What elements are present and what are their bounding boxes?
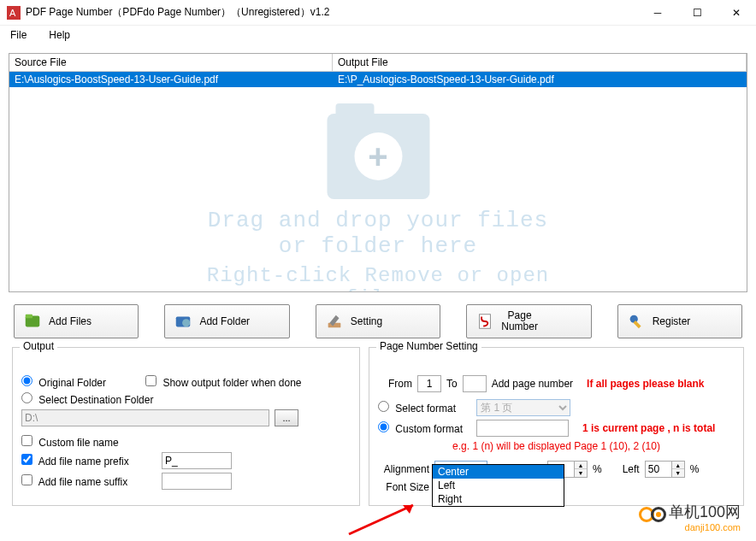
left-label: Left (623, 463, 640, 475)
toolbar: Add Files Add Folder Setting Page Number… (14, 304, 742, 338)
setting-button[interactable]: Setting (316, 304, 440, 338)
blank-hint: If all pages please blank (587, 378, 704, 390)
select-format-radio[interactable]: Select format (378, 401, 456, 415)
align-opt-left[interactable]: Left (433, 479, 564, 492)
down-arrow-icon[interactable]: ▼ (575, 469, 587, 477)
browse-button[interactable]: ... (275, 409, 298, 426)
suffix-input[interactable] (162, 473, 232, 490)
suffix-checkbox[interactable]: Add file name suffix (21, 474, 157, 488)
prefix-input[interactable] (162, 452, 232, 469)
setting-icon (325, 312, 344, 331)
svg-rect-3 (26, 315, 32, 319)
from-input[interactable] (417, 375, 441, 392)
col-source[interactable]: Source File (9, 54, 333, 72)
prefix-checkbox[interactable]: Add file name prefix (21, 454, 157, 467)
align-opt-center[interactable]: Center (433, 465, 564, 479)
to-label: To (446, 378, 458, 390)
drop-hint: + Drag and drop your files or folder her… (194, 114, 563, 292)
page-number-panel-title: Page Number Setting (376, 340, 481, 352)
add-files-icon (23, 312, 42, 331)
select-dest-radio[interactable]: Select Destination Folder (21, 392, 153, 406)
add-folder-button[interactable]: Add Folder (164, 304, 289, 338)
original-folder-radio[interactable]: Original Folder (21, 375, 106, 389)
from-label: From (378, 378, 412, 390)
fontsize-label: Font Size (378, 481, 429, 493)
show-folder-checkbox[interactable]: Show output folder when done (145, 375, 301, 389)
menu-file[interactable]: File (7, 27, 30, 43)
down-arrow-icon[interactable]: ▼ (672, 469, 684, 477)
add-page-label: Add page number (492, 378, 573, 390)
folder-icon: + (327, 114, 429, 199)
minimize-button[interactable]: ─ (638, 0, 677, 26)
menu-help[interactable]: Help (45, 27, 74, 43)
svg-point-5 (182, 319, 190, 326)
up-arrow-icon[interactable]: ▲ (672, 462, 684, 469)
page-number-panel: Page Number Setting From To Add page num… (369, 347, 744, 506)
custom-format-input[interactable] (476, 420, 569, 437)
dest-path-input (21, 409, 269, 426)
page-number-button[interactable]: Page Number (466, 304, 591, 338)
format-select: 第 1 页 (476, 399, 570, 416)
to-input[interactable] (463, 375, 487, 392)
register-button[interactable]: Register (617, 304, 742, 338)
output-panel: Output Original Folder Show output folde… (12, 347, 360, 506)
window-title: PDF Page Number（PDFdo Page Number）（Unreg… (26, 5, 638, 20)
custom-format-radio[interactable]: Custom format (378, 421, 463, 435)
svg-text:A: A (9, 8, 16, 18)
output-panel-title: Output (20, 340, 57, 352)
custom-name-checkbox[interactable]: Custom file name (21, 435, 157, 449)
cell-output: E:\P_Auslogics-BoostSpeed-13-User-Guide.… (333, 72, 747, 87)
left-spinner[interactable]: ▲▼ (645, 461, 685, 478)
pdf-icon (475, 312, 494, 331)
cell-source: E:\Auslogics-BoostSpeed-13-User-Guide.pd… (9, 72, 333, 87)
maximize-button[interactable]: ☐ (677, 0, 717, 26)
add-files-button[interactable]: Add Files (14, 304, 139, 338)
file-list[interactable]: Source File Output File E:\Auslogics-Boo… (9, 53, 747, 292)
alignment-label: Alignment (378, 463, 429, 475)
custom-hint: 1 is current page , n is total (582, 422, 715, 434)
col-output[interactable]: Output File (333, 54, 747, 72)
menubar: File Help (0, 26, 756, 44)
add-folder-icon (174, 312, 192, 331)
svg-rect-9 (633, 320, 641, 328)
file-row[interactable]: E:\Auslogics-BoostSpeed-13-User-Guide.pd… (9, 72, 747, 87)
up-arrow-icon[interactable]: ▲ (575, 462, 587, 469)
app-icon: A (7, 6, 21, 20)
close-button[interactable]: ✕ (717, 0, 756, 26)
example-text: e.g. 1 (n) will be displayed Page 1 (10)… (452, 440, 660, 452)
titlebar: A PDF Page Number（PDFdo Page Number）（Unr… (0, 0, 756, 26)
register-icon (627, 312, 646, 331)
align-opt-right[interactable]: Right (433, 492, 564, 506)
alignment-dropdown[interactable]: Center Left Right (432, 464, 564, 507)
